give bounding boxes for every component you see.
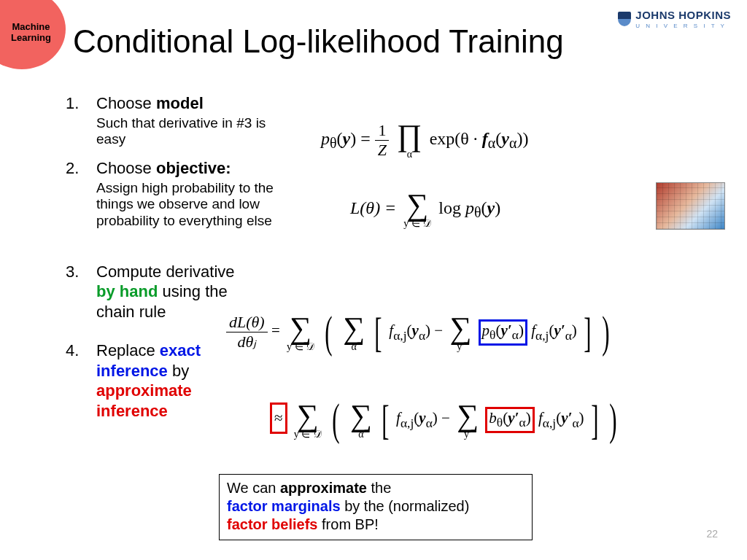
belief-box: bθ(y′α) <box>485 407 534 432</box>
slide-title: Conditional Log-likelihood Training <box>73 23 564 60</box>
shield-icon <box>618 12 631 26</box>
step-3: Compute derivative by hand using the cha… <box>66 262 241 322</box>
approximation-note: We can approximate the factor marginals … <box>219 474 533 540</box>
badge-text: Machine Learning <box>11 22 51 44</box>
step-2: Choose objective: Assign high probabilit… <box>66 158 292 230</box>
by-hand-emphasis: by hand <box>96 282 158 300</box>
step-4: Replace exact inference by approximate i… <box>66 341 241 421</box>
factor-beliefs-label: factor beliefs <box>227 516 317 532</box>
equation-derivative: dL(θ)dθⱼ = ∑y ∈ 𝒟 ( ∑α [ fα,j(yα) − ∑y′ … <box>226 306 614 358</box>
step-2-sub: Assign high probability to the things we… <box>96 180 292 230</box>
equation-objective: L(θ) = ∑y ∈ 𝒟 log pθ(y) <box>350 190 500 229</box>
logo-sub: U N I V E R S I T Y <box>635 23 731 30</box>
approx-symbol-box: ≈ <box>270 402 287 434</box>
equation-model: pθ(y) = 1Z ∏α exp(θ · fα(yα)) <box>321 120 528 160</box>
factor-marginals-label: factor marginals <box>227 498 341 514</box>
step-1: Choose model Such that derivative in #3 … <box>66 93 292 148</box>
step-1-sub: Such that derivative in #3 is easy <box>96 115 292 149</box>
approx-inference-emphasis: approximate inference <box>96 381 192 420</box>
logo-main: JOHNS HOPKINS <box>635 9 731 21</box>
university-logo: JOHNS HOPKINS U N I V E R S I T Y <box>618 9 731 30</box>
page-number: 22 <box>706 528 718 540</box>
course-badge: Machine Learning <box>0 0 66 69</box>
exact-marginal-box: pθ(y′α) <box>479 319 527 345</box>
equation-approximation: ≈ ∑y ∈ 𝒟 ( ∑α [ fα,j(yα) − ∑y′ bθ(y′α) f… <box>270 394 620 446</box>
step-list: Choose model Such that derivative in #3 … <box>66 93 292 431</box>
surface-plot-thumbnail <box>656 182 725 230</box>
